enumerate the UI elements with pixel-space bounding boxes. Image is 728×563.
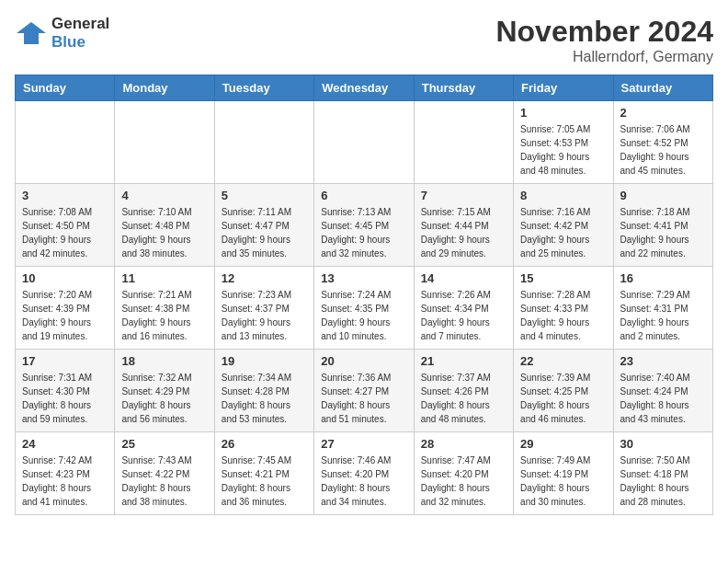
logo-icon <box>15 20 48 46</box>
day-number: 10 <box>22 271 108 285</box>
day-number: 19 <box>222 354 307 368</box>
calendar-cell: 29Sunrise: 7:49 AM Sunset: 4:19 PM Dayli… <box>514 432 613 515</box>
day-info: Sunrise: 7:23 AM Sunset: 4:37 PM Dayligh… <box>222 288 307 343</box>
day-info: Sunrise: 7:36 AM Sunset: 4:27 PM Dayligh… <box>321 371 406 426</box>
calendar-cell <box>414 101 513 184</box>
calendar-cell: 12Sunrise: 7:23 AM Sunset: 4:37 PM Dayli… <box>214 267 313 350</box>
day-number: 9 <box>620 189 706 202</box>
day-info: Sunrise: 7:05 AM Sunset: 4:53 PM Dayligh… <box>520 122 606 178</box>
calendar-week-3: 10Sunrise: 7:20 AM Sunset: 4:39 PM Dayli… <box>16 267 713 350</box>
month-title: November 2024 <box>495 15 713 49</box>
calendar-cell: 14Sunrise: 7:26 AM Sunset: 4:34 PM Dayli… <box>414 267 513 350</box>
day-number: 21 <box>421 354 506 368</box>
weekday-header-thursday: Thursday <box>414 75 513 101</box>
calendar-cell <box>214 101 313 184</box>
calendar-cell: 1Sunrise: 7:05 AM Sunset: 4:53 PM Daylig… <box>514 101 613 184</box>
day-number: 25 <box>121 437 207 451</box>
calendar-cell: 27Sunrise: 7:46 AM Sunset: 4:20 PM Dayli… <box>314 432 414 515</box>
calendar-week-5: 24Sunrise: 7:42 AM Sunset: 4:23 PM Dayli… <box>16 432 713 515</box>
calendar-cell: 15Sunrise: 7:28 AM Sunset: 4:33 PM Dayli… <box>514 267 613 350</box>
weekday-header-saturday: Saturday <box>613 75 712 101</box>
day-info: Sunrise: 7:47 AM Sunset: 4:20 PM Dayligh… <box>421 454 506 509</box>
day-number: 12 <box>222 271 307 285</box>
day-info: Sunrise: 7:49 AM Sunset: 4:19 PM Dayligh… <box>520 454 606 509</box>
day-info: Sunrise: 7:13 AM Sunset: 4:45 PM Dayligh… <box>321 205 406 260</box>
day-number: 13 <box>321 271 406 285</box>
calendar-cell: 7Sunrise: 7:15 AM Sunset: 4:44 PM Daylig… <box>414 184 513 267</box>
day-info: Sunrise: 7:39 AM Sunset: 4:25 PM Dayligh… <box>520 371 606 426</box>
calendar-cell: 20Sunrise: 7:36 AM Sunset: 4:27 PM Dayli… <box>314 350 414 432</box>
day-info: Sunrise: 7:37 AM Sunset: 4:26 PM Dayligh… <box>421 371 506 426</box>
day-info: Sunrise: 7:50 AM Sunset: 4:18 PM Dayligh… <box>620 454 706 509</box>
calendar-cell: 17Sunrise: 7:31 AM Sunset: 4:30 PM Dayli… <box>16 350 115 432</box>
day-number: 24 <box>22 437 108 451</box>
day-info: Sunrise: 7:43 AM Sunset: 4:22 PM Dayligh… <box>121 454 207 509</box>
day-number: 16 <box>620 271 706 285</box>
day-number: 3 <box>22 189 108 202</box>
calendar-body: 1Sunrise: 7:05 AM Sunset: 4:53 PM Daylig… <box>16 101 713 515</box>
calendar-header: SundayMondayTuesdayWednesdayThursdayFrid… <box>16 75 713 101</box>
page-header: General Blue November 2024 Hallerndorf, … <box>15 15 713 65</box>
day-number: 27 <box>321 437 406 451</box>
calendar-cell: 2Sunrise: 7:06 AM Sunset: 4:52 PM Daylig… <box>613 101 712 184</box>
svg-marker-0 <box>17 22 46 44</box>
calendar-cell: 10Sunrise: 7:20 AM Sunset: 4:39 PM Dayli… <box>16 267 115 350</box>
day-number: 5 <box>222 189 307 202</box>
calendar-cell: 9Sunrise: 7:18 AM Sunset: 4:41 PM Daylig… <box>613 184 712 267</box>
calendar-cell: 25Sunrise: 7:43 AM Sunset: 4:22 PM Dayli… <box>115 432 214 515</box>
calendar-cell: 24Sunrise: 7:42 AM Sunset: 4:23 PM Dayli… <box>16 432 115 515</box>
day-number: 11 <box>121 271 207 285</box>
day-number: 20 <box>321 354 406 368</box>
calendar-cell: 8Sunrise: 7:16 AM Sunset: 4:42 PM Daylig… <box>514 184 613 267</box>
weekday-header-sunday: Sunday <box>16 75 115 101</box>
calendar-table: SundayMondayTuesdayWednesdayThursdayFrid… <box>15 75 713 515</box>
calendar-cell <box>314 101 414 184</box>
weekday-header-tuesday: Tuesday <box>214 75 313 101</box>
calendar-cell: 21Sunrise: 7:37 AM Sunset: 4:26 PM Dayli… <box>414 350 513 432</box>
day-number: 2 <box>620 106 706 120</box>
day-number: 26 <box>222 437 307 451</box>
day-number: 23 <box>620 354 706 368</box>
day-number: 30 <box>620 437 706 451</box>
day-number: 28 <box>421 437 506 451</box>
title-section: November 2024 Hallerndorf, Germany <box>495 15 713 65</box>
calendar-cell: 6Sunrise: 7:13 AM Sunset: 4:45 PM Daylig… <box>314 184 414 267</box>
day-number: 29 <box>520 437 606 451</box>
day-number: 6 <box>321 189 406 202</box>
day-number: 4 <box>121 189 207 202</box>
calendar-cell: 26Sunrise: 7:45 AM Sunset: 4:21 PM Dayli… <box>214 432 313 515</box>
logo: General Blue <box>15 15 109 52</box>
day-info: Sunrise: 7:21 AM Sunset: 4:38 PM Dayligh… <box>121 288 207 343</box>
day-info: Sunrise: 7:10 AM Sunset: 4:48 PM Dayligh… <box>121 205 207 260</box>
day-number: 22 <box>520 354 606 368</box>
day-info: Sunrise: 7:08 AM Sunset: 4:50 PM Dayligh… <box>22 205 108 260</box>
calendar-week-4: 17Sunrise: 7:31 AM Sunset: 4:30 PM Dayli… <box>16 350 713 432</box>
day-info: Sunrise: 7:11 AM Sunset: 4:47 PM Dayligh… <box>222 205 307 260</box>
calendar-cell: 22Sunrise: 7:39 AM Sunset: 4:25 PM Dayli… <box>514 350 613 432</box>
weekday-row: SundayMondayTuesdayWednesdayThursdayFrid… <box>16 75 713 101</box>
calendar-cell: 16Sunrise: 7:29 AM Sunset: 4:31 PM Dayli… <box>613 267 712 350</box>
logo-general: General <box>51 15 109 32</box>
weekday-header-wednesday: Wednesday <box>314 75 414 101</box>
day-number: 17 <box>22 354 108 368</box>
day-info: Sunrise: 7:42 AM Sunset: 4:23 PM Dayligh… <box>22 454 108 509</box>
calendar-cell: 11Sunrise: 7:21 AM Sunset: 4:38 PM Dayli… <box>115 267 214 350</box>
calendar-cell: 4Sunrise: 7:10 AM Sunset: 4:48 PM Daylig… <box>115 184 214 267</box>
day-number: 1 <box>520 106 606 120</box>
calendar-cell: 23Sunrise: 7:40 AM Sunset: 4:24 PM Dayli… <box>613 350 712 432</box>
day-number: 8 <box>520 189 606 202</box>
day-number: 7 <box>421 189 506 202</box>
day-info: Sunrise: 7:46 AM Sunset: 4:20 PM Dayligh… <box>321 454 406 509</box>
calendar-cell <box>115 101 214 184</box>
calendar-cell: 3Sunrise: 7:08 AM Sunset: 4:50 PM Daylig… <box>16 184 115 267</box>
day-info: Sunrise: 7:26 AM Sunset: 4:34 PM Dayligh… <box>421 288 506 343</box>
day-info: Sunrise: 7:40 AM Sunset: 4:24 PM Dayligh… <box>620 371 706 426</box>
day-info: Sunrise: 7:45 AM Sunset: 4:21 PM Dayligh… <box>222 454 307 509</box>
calendar-week-2: 3Sunrise: 7:08 AM Sunset: 4:50 PM Daylig… <box>16 184 713 267</box>
day-info: Sunrise: 7:15 AM Sunset: 4:44 PM Dayligh… <box>421 205 506 260</box>
weekday-header-friday: Friday <box>514 75 613 101</box>
day-info: Sunrise: 7:06 AM Sunset: 4:52 PM Dayligh… <box>620 122 706 178</box>
day-info: Sunrise: 7:34 AM Sunset: 4:28 PM Dayligh… <box>222 371 307 426</box>
logo-blue: Blue <box>51 33 85 51</box>
day-info: Sunrise: 7:20 AM Sunset: 4:39 PM Dayligh… <box>22 288 108 343</box>
